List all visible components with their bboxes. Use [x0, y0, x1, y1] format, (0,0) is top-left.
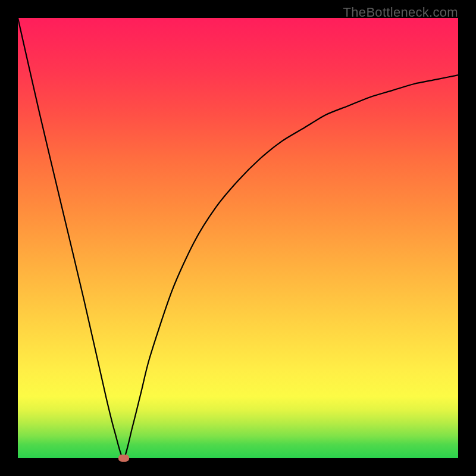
chart-frame: TheBottleneck.com [0, 0, 476, 476]
watermark-label: TheBottleneck.com [343, 5, 458, 20]
bottleneck-curve [18, 18, 458, 458]
plot-area [18, 18, 458, 458]
optimal-marker [118, 455, 129, 462]
